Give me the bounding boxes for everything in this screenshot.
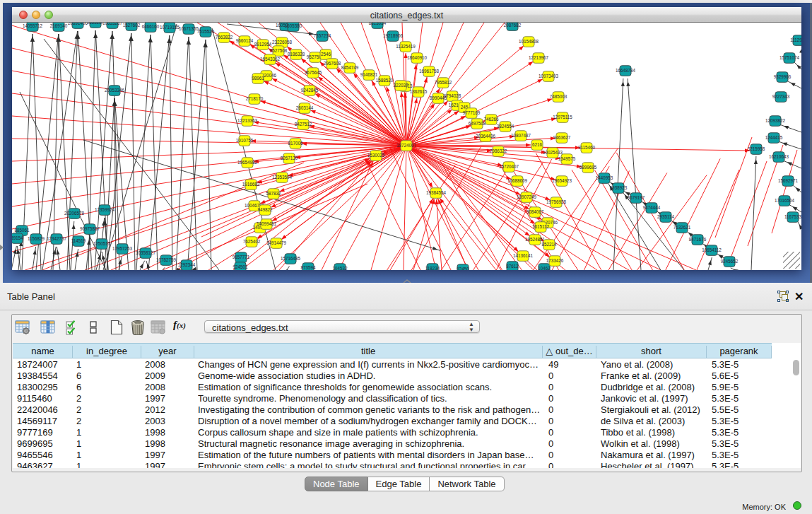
svg-text:12213967: 12213967	[529, 55, 549, 60]
svg-text:118234: 118234	[425, 266, 440, 270]
svg-text:885061: 885061	[14, 228, 30, 233]
svg-text:3675645: 3675645	[305, 70, 322, 75]
svg-text:9660124: 9660124	[236, 38, 254, 43]
svg-text:1349575: 1349575	[558, 156, 576, 161]
svg-text:852214: 852214	[541, 242, 557, 247]
svg-text:2935114: 2935114	[657, 214, 675, 219]
svg-text:11325419: 11325419	[396, 44, 416, 49]
svg-text:7955812: 7955812	[435, 80, 452, 85]
svg-text:10671355: 10671355	[179, 26, 199, 31]
svg-text:9227343: 9227343	[772, 94, 790, 99]
svg-text:19384554: 19384554	[426, 190, 447, 195]
svg-text:7357234: 7357234	[314, 33, 331, 38]
svg-text:18907249: 18907249	[517, 194, 537, 199]
svg-text:19524851: 19524851	[525, 237, 546, 242]
svg-text:15692971: 15692971	[778, 178, 799, 183]
svg-text:10782759: 10782759	[156, 257, 177, 262]
svg-text:1167533: 1167533	[784, 214, 801, 219]
svg-text:9777169: 9777169	[463, 110, 481, 115]
svg-text:17359924: 17359924	[95, 207, 115, 212]
svg-text:9245652: 9245652	[721, 259, 739, 264]
svg-text:90975887: 90975887	[80, 226, 100, 231]
svg-text:16961758: 16961758	[419, 69, 440, 74]
svg-text:98961: 98961	[252, 76, 264, 81]
svg-text:1292344: 1292344	[178, 262, 196, 267]
svg-text:1588520: 1588520	[376, 78, 394, 83]
svg-text:3215958: 3215958	[748, 146, 765, 151]
svg-text:746266: 746266	[483, 117, 499, 122]
svg-text:2967608: 2967608	[324, 61, 341, 66]
svg-text:20206578: 20206578	[64, 211, 85, 216]
svg-text:1916682: 1916682	[242, 182, 260, 187]
svg-text:20691406: 20691406	[68, 23, 88, 25]
svg-text:12093822: 12093822	[765, 118, 786, 123]
svg-text:15720407: 15720407	[499, 164, 519, 169]
svg-text:1156829: 1156829	[28, 236, 45, 241]
svg-text:18640910: 18640910	[407, 55, 428, 60]
svg-text:23226058: 23226058	[272, 40, 293, 45]
svg-text:10654112: 10654112	[702, 247, 722, 252]
svg-text:3824554: 3824554	[497, 124, 514, 129]
svg-text:9146821: 9146821	[360, 72, 378, 77]
svg-text:104532: 104532	[332, 266, 348, 270]
svg-text:8267130: 8267130	[281, 156, 298, 160]
svg-text:10154808: 10154808	[519, 39, 539, 44]
svg-text:17016504: 17016504	[775, 198, 795, 203]
svg-text:1530025: 1530025	[367, 153, 385, 158]
svg-text:6216: 6216	[532, 142, 543, 147]
svg-text:6794028: 6794028	[444, 93, 461, 98]
svg-text:12213363: 12213363	[237, 118, 258, 123]
svg-text:1250515: 1250515	[93, 241, 111, 246]
svg-text:1362615: 1362615	[410, 89, 428, 94]
svg-text:9242845: 9242845	[301, 88, 319, 93]
svg-text:2169140: 2169140	[50, 23, 68, 28]
svg-text:19218906: 19218906	[383, 33, 404, 38]
svg-text:10358127: 10358127	[136, 250, 156, 255]
svg-text:1440953: 1440953	[596, 175, 613, 180]
svg-text:19654923: 19654923	[552, 178, 572, 183]
svg-text:92450: 92450	[457, 267, 469, 270]
svg-text:1010755: 1010755	[236, 138, 254, 143]
svg-text:14099481: 14099481	[257, 221, 277, 226]
svg-text:2718170: 2718170	[246, 96, 264, 101]
svg-text:9329966: 9329966	[774, 74, 792, 79]
svg-text:16210643: 16210643	[769, 154, 789, 159]
svg-text:1244415: 1244415	[765, 135, 783, 140]
svg-text:10688609: 10688609	[507, 178, 528, 183]
svg-text:10719155: 10719155	[160, 25, 180, 30]
svg-text:9657771: 9657771	[233, 255, 250, 259]
svg-text:16648784: 16648784	[616, 68, 636, 73]
svg-text:10462: 10462	[538, 266, 551, 270]
svg-text:15716485: 15716485	[281, 256, 301, 261]
svg-text:10973493: 10973493	[539, 74, 559, 78]
svg-text:7632621: 7632621	[673, 225, 691, 230]
svg-text:6466160: 6466160	[142, 24, 160, 29]
svg-text:87612: 87612	[506, 264, 519, 269]
svg-text:8186328: 8186328	[288, 52, 305, 57]
svg-text:10807487: 10807487	[511, 133, 531, 138]
svg-text:9463627: 9463627	[553, 135, 571, 140]
svg-text:20053346: 20053346	[105, 88, 125, 93]
svg-text:949822: 949822	[257, 207, 273, 212]
svg-text:1615112: 1615112	[532, 224, 550, 229]
svg-text:7986322: 7986322	[490, 148, 507, 153]
svg-text:1605380: 1605380	[285, 23, 302, 28]
svg-text:587832: 587832	[266, 191, 281, 196]
svg-text:6679197: 6679197	[628, 195, 645, 200]
svg-text:2546: 2546	[321, 52, 331, 57]
svg-text:12342737: 12342737	[47, 236, 67, 241]
svg-text:17957253: 17957253	[112, 246, 133, 251]
svg-text:873594: 873594	[300, 265, 316, 270]
svg-text:8427512: 8427512	[295, 122, 312, 127]
svg-text:322037: 322037	[393, 83, 408, 88]
svg-text:9474444: 9474444	[643, 205, 661, 210]
svg-text:8454749: 8454749	[341, 65, 359, 70]
svg-text:1733426: 1733426	[546, 258, 564, 263]
svg-text:5938923: 5938923	[610, 185, 628, 190]
svg-text:114519: 114519	[71, 238, 86, 243]
svg-text:9115460: 9115460	[578, 145, 596, 150]
svg-text:10025433: 10025433	[543, 150, 563, 155]
svg-text:39154: 39154	[12, 235, 23, 240]
svg-text:7515526: 7515526	[197, 29, 215, 34]
svg-text:6899695: 6899695	[579, 165, 597, 170]
